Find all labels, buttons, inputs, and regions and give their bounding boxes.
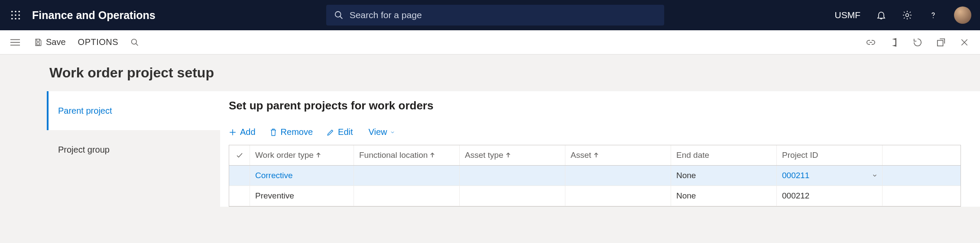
cell-functional-location[interactable] [354,186,460,206]
topbar-right: USMF [835,6,977,24]
cell-work-order-type[interactable]: Corrective [250,166,354,185]
cell-asset[interactable] [565,166,671,185]
gear-icon[interactable] [899,7,915,23]
trash-icon [269,128,277,137]
page-title: Work order project setup [49,65,980,81]
svg-point-2 [18,11,20,13]
grid-header: Work order type Functional location Asse… [229,145,961,166]
app-title: Finance and Operations [32,9,156,22]
edit-button[interactable]: Edit [327,127,353,137]
plus-icon [229,128,237,136]
view-dropdown[interactable]: View [369,127,395,137]
cell-asset-type[interactable] [460,166,565,185]
save-button[interactable]: Save [34,37,66,47]
table-row[interactable]: Preventive None 000212 [229,186,961,206]
link-icon[interactable] [865,36,877,48]
search-icon [334,10,344,20]
search-wrap [156,5,835,26]
nav-rail-toggle[interactable] [0,30,30,54]
remove-button[interactable]: Remove [269,127,313,137]
chevron-down-icon[interactable] [872,173,878,179]
popout-icon[interactable] [935,36,947,48]
content-wrap: Work order project setup Parent project … [0,54,980,243]
svg-point-3 [11,14,13,16]
svg-line-10 [340,16,342,19]
sort-asc-icon [594,153,598,158]
col-label: End date [676,150,709,160]
pencil-icon [327,128,334,136]
table-row[interactable]: Corrective None 000211 [229,166,961,186]
cell-project-id[interactable]: 000211 [777,166,883,185]
command-bar-icons [865,36,980,48]
cell-extra [883,186,961,206]
content: Work order project setup Parent project … [30,54,980,243]
edit-label: Edit [338,127,353,137]
svg-point-9 [335,12,341,17]
right-panel-title: Set up parent projects for work orders [229,99,968,112]
avatar[interactable] [954,6,971,24]
svg-point-6 [11,18,13,19]
svg-rect-16 [37,42,40,45]
col-asset-type[interactable]: Asset type [460,145,565,165]
cell-end-date[interactable]: None [671,166,777,185]
col-label: Functional location [359,150,428,160]
col-project-id[interactable]: Project ID [777,145,883,165]
sort-asc-icon [430,153,435,158]
svg-point-8 [18,18,20,19]
svg-point-17 [132,39,137,44]
save-icon [34,38,42,47]
sort-asc-icon [506,153,510,158]
search-page-button[interactable] [130,38,139,47]
help-icon[interactable] [925,7,941,23]
close-icon[interactable] [958,36,970,48]
cell-asset-type[interactable] [460,186,565,206]
search-box[interactable] [326,5,664,26]
svg-line-18 [136,43,138,45]
command-bar: Save OPTIONS [30,30,980,54]
right-panel: Set up parent projects for work orders A… [220,91,980,207]
col-extra [883,145,961,165]
command-bar-row: Save OPTIONS [0,30,980,54]
tabs-column: Parent project Project group [47,91,220,207]
row-checkbox[interactable] [229,166,250,185]
col-label: Project ID [782,150,818,160]
search-input[interactable] [350,10,656,20]
cell-extra [883,166,961,185]
tab-parent-project[interactable]: Parent project [47,91,220,130]
col-asset[interactable]: Asset [565,145,671,165]
options-button[interactable]: OPTIONS [78,37,119,47]
add-button[interactable]: Add [229,127,256,137]
select-all-checkbox[interactable] [229,145,250,165]
app-launcher-icon[interactable] [3,3,28,27]
refresh-icon[interactable] [912,36,924,48]
col-functional-location[interactable]: Functional location [354,145,460,165]
col-end-date[interactable]: End date [671,145,777,165]
panel-actions: Add Remove Edit [229,127,968,137]
svg-point-7 [15,18,16,19]
project-id-link[interactable]: 000211 [782,171,809,180]
cell-functional-location[interactable] [354,166,460,185]
chevron-down-icon [390,130,395,135]
legal-entity[interactable]: USMF [835,10,861,20]
cell-project-id[interactable]: 000212 [777,186,883,206]
cell-asset[interactable] [565,186,671,206]
col-label: Asset type [465,150,503,160]
svg-rect-19 [938,40,943,46]
add-label: Add [240,127,256,137]
remove-label: Remove [281,127,313,137]
col-label: Asset [571,150,591,160]
svg-point-12 [933,17,934,18]
cell-end-date[interactable]: None [671,186,777,206]
cell-work-order-type[interactable]: Preventive [250,186,354,206]
office-icon[interactable] [888,36,900,48]
bell-icon[interactable] [873,7,889,23]
save-label: Save [46,37,66,47]
row-checkbox[interactable] [229,186,250,206]
svg-point-0 [11,11,13,13]
grid: Work order type Functional location Asse… [229,145,961,207]
col-work-order-type[interactable]: Work order type [250,145,354,165]
view-label: View [369,127,387,137]
tab-project-group[interactable]: Project group [47,130,220,169]
svg-point-4 [15,14,16,16]
sort-asc-icon [316,153,321,158]
